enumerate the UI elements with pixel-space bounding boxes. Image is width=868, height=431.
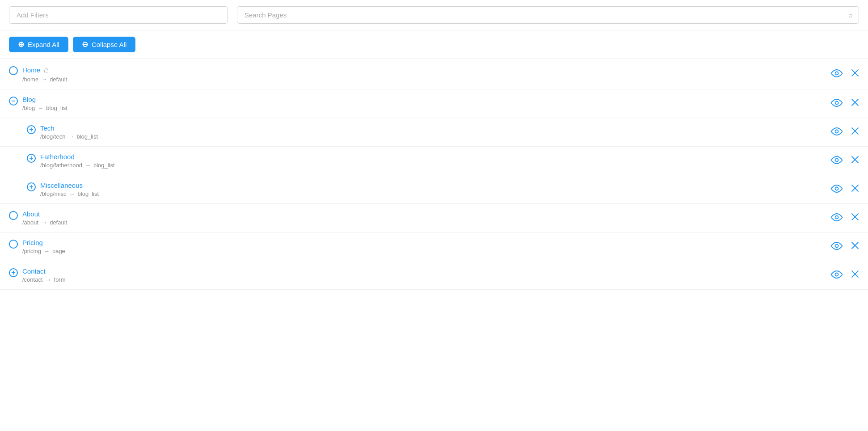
delete-icon-fatherhood[interactable] [851, 156, 859, 166]
page-actions-pricing [830, 241, 859, 253]
svg-point-21 [835, 273, 839, 276]
delete-icon-contact[interactable] [851, 270, 859, 280]
page-expand-icon-contact[interactable]: + [9, 268, 18, 277]
page-row-left-blog: −Blog/blog→blog_list [9, 96, 67, 111]
page-row-miscellaneous: +Miscellaneous/blog/misc→blog_list [0, 175, 868, 204]
page-content-fatherhood: Fatherhood/blog/fatherhood→blog_list [40, 153, 115, 169]
page-row-tech: +Tech/blog/tech→blog_list [0, 118, 868, 147]
view-icon-about[interactable] [830, 212, 843, 224]
page-row-left-fatherhood: +Fatherhood/blog/fatherhood→blog_list [27, 153, 115, 169]
delete-icon-about[interactable] [851, 213, 859, 223]
expand-all-label: Expand All [28, 41, 59, 48]
page-row-left-miscellaneous: +Miscellaneous/blog/misc→blog_list [27, 182, 99, 197]
page-row-pricing: Pricing/pricing→page [0, 232, 868, 261]
view-icon-blog[interactable] [830, 98, 843, 110]
top-bar: ⌕ [0, 0, 868, 30]
page-expand-icon-miscellaneous[interactable]: + [27, 182, 36, 191]
page-path-about: /about→default [22, 219, 67, 226]
page-actions-blog [830, 98, 859, 110]
page-name-miscellaneous[interactable]: Miscellaneous [40, 182, 99, 189]
page-name-blog[interactable]: Blog [22, 96, 67, 103]
page-expand-icon-blog[interactable]: − [9, 97, 18, 106]
page-expand-icon-tech[interactable]: + [27, 125, 36, 134]
page-name-pricing[interactable]: Pricing [22, 239, 65, 246]
delete-icon-blog[interactable] [851, 98, 859, 109]
page-row-left-contact: +Contact/contact→form [9, 267, 66, 283]
page-path-fatherhood: /blog/fatherhood→blog_list [40, 162, 115, 169]
delete-icon-miscellaneous[interactable] [851, 184, 859, 194]
page-path-miscellaneous: /blog/misc→blog_list [40, 190, 99, 197]
page-name-tech[interactable]: Tech [40, 124, 98, 132]
svg-point-15 [835, 216, 839, 219]
page-path-contact: /contact→form [22, 276, 66, 283]
page-row-blog: −Blog/blog→blog_list [0, 89, 868, 118]
expand-all-icon: ⊕ [18, 41, 24, 48]
page-row-fatherhood: +Fatherhood/blog/fatherhood→blog_list [0, 147, 868, 175]
page-actions-about [830, 212, 859, 224]
page-expand-icon-about[interactable] [9, 211, 18, 220]
view-icon-fatherhood[interactable] [830, 155, 843, 167]
page-expand-icon-pricing[interactable] [9, 240, 18, 249]
page-path-blog: /blog→blog_list [22, 105, 67, 111]
page-row-left-about: About/about→default [9, 210, 67, 226]
pages-list: Home⌂/home→default −Blog/blog→blog_list … [0, 59, 868, 290]
view-icon-tech[interactable] [830, 127, 843, 138]
svg-point-9 [835, 158, 839, 161]
page-content-contact: Contact/contact→form [22, 267, 66, 283]
page-expand-icon-home[interactable] [9, 66, 18, 75]
filter-input-wrapper [9, 6, 228, 24]
page-path-pricing: /pricing→page [22, 248, 65, 254]
collapse-all-label: Collapse All [92, 41, 126, 48]
page-actions-fatherhood [830, 155, 859, 167]
view-icon-home[interactable] [830, 68, 843, 80]
expand-all-button[interactable]: ⊕ Expand All [9, 37, 68, 52]
svg-point-18 [835, 244, 839, 247]
view-icon-pricing[interactable] [830, 241, 843, 253]
page-name-fatherhood[interactable]: Fatherhood [40, 153, 115, 161]
page-path-home: /home→default [22, 76, 67, 83]
page-row-contact: +Contact/contact→form [0, 261, 868, 290]
page-expand-icon-fatherhood[interactable]: + [27, 154, 36, 163]
page-row-left-home: Home⌂/home→default [9, 65, 67, 83]
page-content-tech: Tech/blog/tech→blog_list [40, 124, 98, 140]
toolbar: ⊕ Expand All ⊖ Collapse All [0, 30, 868, 59]
page-row-about: About/about→default [0, 204, 868, 232]
page-name-about[interactable]: About [22, 210, 67, 218]
collapse-all-button[interactable]: ⊖ Collapse All [73, 37, 135, 52]
page-name-home[interactable]: Home⌂ [22, 65, 67, 75]
page-actions-miscellaneous [830, 184, 859, 195]
filter-input[interactable] [9, 6, 228, 24]
page-actions-tech [830, 127, 859, 138]
page-actions-home [830, 68, 859, 80]
page-content-miscellaneous: Miscellaneous/blog/misc→blog_list [40, 182, 99, 197]
svg-point-12 [835, 187, 839, 190]
page-content-about: About/about→default [22, 210, 67, 226]
delete-icon-tech[interactable] [851, 127, 859, 137]
search-input[interactable] [237, 6, 859, 24]
search-input-wrapper: ⌕ [237, 6, 859, 24]
svg-point-6 [835, 130, 839, 133]
page-content-blog: Blog/blog→blog_list [22, 96, 67, 111]
page-content-home: Home⌂/home→default [22, 65, 67, 83]
delete-icon-pricing[interactable] [851, 241, 859, 252]
page-row-home: Home⌂/home→default [0, 59, 868, 89]
page-row-left-tech: +Tech/blog/tech→blog_list [27, 124, 98, 140]
page-content-pricing: Pricing/pricing→page [22, 239, 65, 254]
collapse-all-icon: ⊖ [82, 41, 88, 48]
view-icon-miscellaneous[interactable] [830, 184, 843, 195]
view-icon-contact[interactable] [830, 270, 843, 281]
svg-point-3 [835, 101, 839, 104]
page-name-contact[interactable]: Contact [22, 267, 66, 275]
search-icon: ⌕ [848, 11, 853, 19]
delete-icon-home[interactable] [851, 69, 859, 79]
page-actions-contact [830, 270, 859, 281]
home-icon: ⌂ [44, 65, 49, 75]
svg-point-0 [835, 72, 839, 75]
page-row-left-pricing: Pricing/pricing→page [9, 239, 65, 254]
page-path-tech: /blog/tech→blog_list [40, 133, 98, 140]
